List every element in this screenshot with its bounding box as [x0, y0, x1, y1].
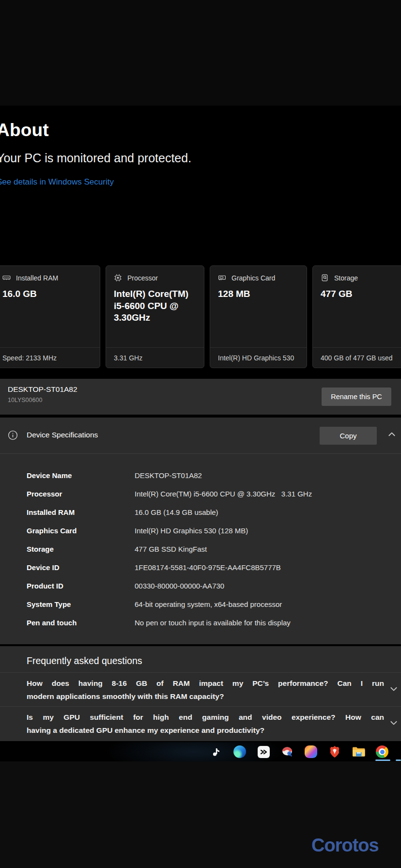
table-row: Device ID 1FE08174-5581-40F0-975E-AA4FC8…: [0, 559, 401, 577]
file-explorer-icon[interactable]: [352, 745, 365, 759]
spec-label: Processor: [27, 490, 62, 498]
spec-label: Device Name: [27, 471, 72, 480]
spec-label: Device ID: [27, 563, 60, 572]
divider: [0, 453, 401, 454]
spec-table: Device Name DESKTOP-ST01A82 Processor In…: [0, 467, 401, 633]
card-value: 477 GB: [321, 288, 401, 300]
info-icon: [8, 430, 18, 442]
device-serial: 10LYS00600: [8, 397, 42, 403]
processor-card[interactable]: Processor Intel(R) Core(TM) i5-6600 CPU …: [106, 265, 204, 368]
table-row: Processor Intel(R) Core(TM) i5-6600 CPU …: [0, 485, 401, 504]
card-value: 128 MB: [218, 288, 299, 300]
active-indicator-cut: [396, 760, 401, 761]
paint-icon[interactable]: [280, 745, 294, 759]
edge-icon[interactable]: [233, 745, 247, 759]
spec-value: No pen or touch input is available for t…: [135, 619, 291, 627]
faq-heading: Frequently asked questions: [27, 655, 142, 666]
table-row: Graphics Card Intel(R) HD Graphics 530 (…: [0, 522, 401, 541]
card-title: Installed RAM: [16, 274, 58, 282]
storage-icon: [321, 274, 329, 282]
card-footer: Intel(R) HD Graphics 530: [210, 347, 307, 368]
spec-cards-row: Installed RAM 16.0 GB Speed: 2133 MHz Pr…: [0, 265, 401, 368]
spec-label: Installed RAM: [27, 508, 75, 516]
table-row: Device Name DESKTOP-ST01A82: [0, 467, 401, 485]
faq-section: Frequently asked questions How does havi…: [0, 646, 401, 741]
installed-ram-card[interactable]: Installed RAM 16.0 GB Speed: 2133 MHz: [0, 265, 100, 368]
spec-value: Intel(R) Core(TM) i5-6600 CPU @ 3.30GHz …: [135, 490, 312, 498]
top-window-strip: [0, 0, 401, 106]
taskbar: [0, 742, 401, 761]
table-row: Product ID 00330-80000-00000-AA730: [0, 577, 401, 596]
device-specifications-section: Device Specifications Copy Device Name D…: [0, 418, 401, 644]
copilot-icon[interactable]: [304, 745, 318, 759]
card-value: 16.0 GB: [2, 288, 92, 300]
spec-value: Intel(R) HD Graphics 530 (128 MB): [135, 527, 248, 535]
page-title: About: [0, 120, 49, 140]
spec-label: System Type: [27, 600, 71, 608]
chrome-active-indicator: [375, 760, 390, 761]
card-title: Processor: [127, 274, 158, 282]
spec-value: 00330-80000-00000-AA730: [135, 582, 224, 590]
card-title: Storage: [334, 274, 358, 282]
rename-pc-button[interactable]: Rename this PC: [322, 388, 391, 406]
device-name-row: DESKTOP-ST01A82 10LYS00600 Rename this P…: [0, 379, 401, 415]
corotos-watermark: Corotos: [311, 835, 379, 856]
card-footer: 3.31 GHz: [106, 347, 204, 368]
taskbar-icons: [209, 745, 389, 759]
graphics-card-card[interactable]: Graphics Card 128 MB Intel(R) HD Graphic…: [210, 265, 307, 368]
card-header: Storage: [321, 274, 401, 282]
device-specifications-header[interactable]: Device Specifications Copy: [0, 418, 401, 453]
chevron-down-icon[interactable]: [389, 684, 398, 695]
spec-label: Storage: [27, 545, 54, 553]
card-value: Intel(R) Core(TM) i5-6600 CPU @ 3.30GHz: [114, 288, 196, 324]
card-header: Graphics Card: [218, 274, 299, 282]
faq-question-ram[interactable]: How does having 8-16 GB of RAM impact my…: [0, 673, 401, 706]
faq-question-text: How does having 8-16 GB of RAM impact my…: [27, 677, 384, 703]
spec-value: 1FE08174-5581-40F0-975E-AA4FC8B5777B: [135, 563, 281, 572]
storage-card[interactable]: Storage 477 GB 400 GB of 477 GB used: [312, 265, 401, 368]
chrome-icon[interactable]: [375, 745, 389, 759]
section-heading: Device Specifications: [27, 431, 98, 439]
about-settings-page: About Your PC is monitored and protected…: [0, 0, 401, 868]
capcut-icon[interactable]: [257, 745, 270, 759]
gpu-icon: [218, 274, 226, 282]
card-footer: Speed: 2133 MHz: [0, 347, 100, 368]
table-row: Pen and touch No pen or touch input is a…: [0, 614, 401, 633]
brave-icon[interactable]: [328, 745, 341, 759]
spec-value: DESKTOP-ST01A82: [135, 471, 202, 480]
spec-label: Pen and touch: [27, 619, 77, 627]
chevron-down-icon[interactable]: [389, 718, 398, 729]
table-row: Installed RAM 16.0 GB (14.9 GB usable): [0, 504, 401, 522]
ram-icon: [2, 274, 11, 282]
spec-value: 64-bit operating system, x64-based proce…: [135, 600, 282, 608]
tiktok-icon[interactable]: [209, 745, 223, 759]
chevron-up-icon[interactable]: [387, 430, 396, 441]
monitored-status-text: Your PC is monitored and protected.: [0, 151, 191, 165]
card-footer: 400 GB of 477 GB used: [313, 347, 401, 368]
spec-value: 16.0 GB (14.9 GB usable): [135, 508, 218, 516]
spec-label: Product ID: [27, 582, 63, 590]
card-title: Graphics Card: [231, 274, 275, 282]
faq-question-text: Is my GPU sufficient for high end gaming…: [27, 711, 384, 737]
cpu-icon: [114, 274, 122, 282]
device-name: DESKTOP-ST01A82: [8, 385, 77, 394]
table-row: Storage 477 GB SSD KingFast: [0, 541, 401, 559]
windows-security-link[interactable]: See details in Windows Security: [0, 177, 114, 187]
table-row: System Type 64-bit operating system, x64…: [0, 596, 401, 614]
spec-label: Graphics Card: [27, 527, 77, 535]
card-header: Installed RAM: [2, 274, 92, 282]
spec-value: 477 GB SSD KingFast: [135, 545, 207, 553]
card-header: Processor: [114, 274, 196, 282]
faq-question-gpu[interactable]: Is my GPU sufficient for high end gaming…: [0, 707, 401, 740]
copy-button[interactable]: Copy: [320, 427, 377, 445]
